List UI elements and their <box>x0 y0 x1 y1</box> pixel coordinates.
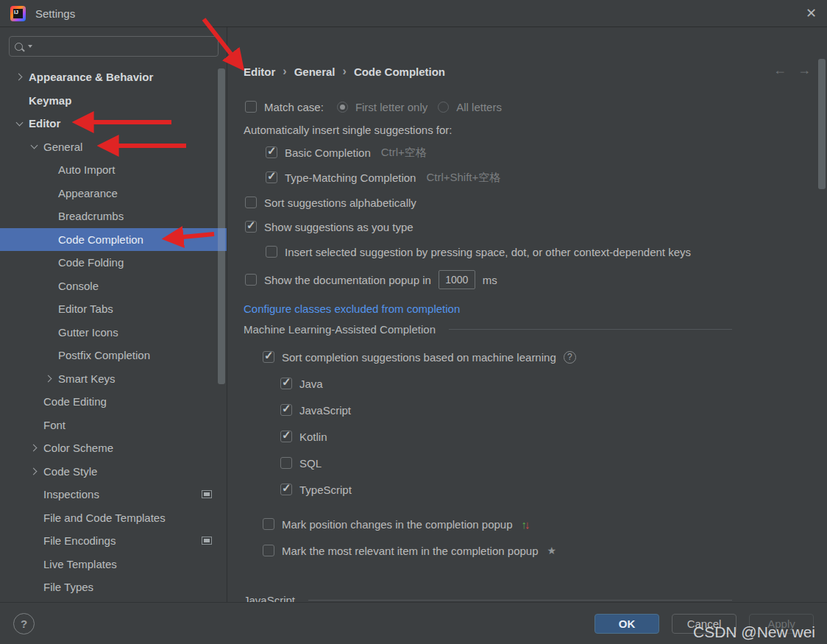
sidebar-item-label: Console <box>58 280 99 292</box>
sidebar-item-keymap[interactable]: Keymap <box>0 89 227 113</box>
sidebar-item-live-templates[interactable]: Live Templates <box>0 553 227 576</box>
sidebar-scrollbar[interactable] <box>218 68 225 384</box>
insert-selected-checkbox[interactable] <box>266 246 277 258</box>
ml-sort-row[interactable]: Sort completion suggestions based on mac… <box>263 347 576 367</box>
sidebar-item-font[interactable]: Font <box>0 414 227 437</box>
sql-checkbox[interactable] <box>280 457 292 469</box>
chevron-down-icon[interactable] <box>28 141 40 152</box>
language-row-java[interactable]: Java <box>280 373 323 394</box>
basic-completion-shortcut: Ctrl+空格 <box>381 146 427 160</box>
sidebar-item-code-style[interactable]: Code Style <box>0 460 227 484</box>
match-case-checkbox[interactable] <box>245 101 257 113</box>
sidebar-item-editor[interactable]: Editor <box>0 112 227 135</box>
language-row-kotlin[interactable]: Kotlin <box>280 426 327 447</box>
search-options-chevron-icon[interactable] <box>28 45 32 48</box>
help-button[interactable]: ? <box>13 613 35 634</box>
search-input[interactable] <box>37 40 213 52</box>
breadcrumb-code-completion: Code Completion <box>354 66 445 78</box>
mark-relevant-row[interactable]: Mark the most relevant item in the compl… <box>263 540 556 561</box>
chevron-down-icon[interactable] <box>13 118 25 130</box>
sidebar-item-auto-import[interactable]: Auto Import <box>0 158 227 182</box>
sidebar-item-code-folding[interactable]: Code Folding <box>0 251 227 275</box>
breadcrumb-editor[interactable]: Editor <box>244 66 275 78</box>
chevron-spacer <box>43 257 54 269</box>
javascript-checkbox[interactable] <box>280 404 292 416</box>
screen-badge-icon <box>202 537 212 545</box>
sidebar-item-code-completion[interactable]: Code Completion <box>0 228 227 252</box>
chevron-spacer <box>43 280 54 291</box>
close-icon[interactable]: ✕ <box>806 7 817 20</box>
sidebar-item-gutter-icons[interactable]: Gutter Icons <box>0 321 227 344</box>
configure-excluded-link[interactable]: Configure classes excluded from completi… <box>244 302 460 315</box>
language-row-sql[interactable]: SQL <box>280 453 322 473</box>
type-matching-row[interactable]: Type-Matching Completion Ctrl+Shift+空格 <box>266 167 500 188</box>
sidebar-item-file-encodings[interactable]: File Encodings <box>0 529 227 553</box>
up-down-arrows-icon: ↑↓ <box>522 518 528 531</box>
chevron-right-icon[interactable] <box>13 71 25 83</box>
sidebar-item-general[interactable]: General <box>0 135 227 159</box>
sidebar-item-label: Appearance & Behavior <box>29 71 153 83</box>
sidebar-item-appearance[interactable]: Appearance <box>0 182 227 205</box>
sidebar-item-smart-keys[interactable]: Smart Keys <box>0 367 227 391</box>
sidebar-item-editor-tabs[interactable]: Editor Tabs <box>0 297 227 321</box>
sidebar-item-postfix-completion[interactable]: Postfix Completion <box>0 344 227 367</box>
all-letters-radio[interactable] <box>438 102 449 113</box>
sidebar-item-breadcrumbs[interactable]: Breadcrumbs <box>0 205 227 228</box>
doc-popup-row[interactable]: Show the documentation popup in ms <box>245 269 497 290</box>
java-checkbox[interactable] <box>280 378 292 389</box>
breadcrumb-separator-icon: › <box>283 65 286 78</box>
chevron-spacer <box>28 396 40 408</box>
basic-completion-row[interactable]: Basic Completion Ctrl+空格 <box>266 142 427 163</box>
show-suggestions-checkbox[interactable] <box>245 221 257 233</box>
sidebar-item-label: Breadcrumbs <box>58 210 124 222</box>
doc-popup-delay-input[interactable] <box>439 270 475 289</box>
help-icon[interactable]: ? <box>564 351 576 364</box>
breadcrumb-general[interactable]: General <box>294 66 336 78</box>
back-icon[interactable]: ← <box>773 63 787 78</box>
sidebar-item-appearance-behavior[interactable]: Appearance & Behavior <box>0 66 227 89</box>
sort-alphabetically-row[interactable]: Sort suggestions alphabetically <box>245 192 416 213</box>
sidebar-item-label: General <box>43 141 82 153</box>
type-matching-checkbox[interactable] <box>266 171 277 183</box>
ok-button[interactable]: OK <box>594 614 659 634</box>
sidebar-item-label: Live Templates <box>43 558 117 570</box>
settings-content: Editor › General › Code Completion ← → M… <box>228 27 827 602</box>
content-scrollbar[interactable] <box>818 59 826 189</box>
basic-completion-checkbox[interactable] <box>266 146 277 158</box>
match-case-row[interactable]: Match case: First letter only All letter… <box>245 96 502 117</box>
language-row-typescript[interactable]: TypeScript <box>280 479 352 500</box>
match-case-label: Match case: <box>264 101 324 113</box>
search-box[interactable] <box>9 36 219 57</box>
mark-position-row[interactable]: Mark position changes in the completion … <box>263 514 528 534</box>
insert-selected-row[interactable]: Insert selected suggestion by pressing s… <box>266 241 691 262</box>
sidebar-item-label: Gutter Icons <box>58 326 118 339</box>
sort-alphabetically-checkbox[interactable] <box>245 197 257 208</box>
chevron-right-icon[interactable] <box>28 442 40 454</box>
language-row-javascript[interactable]: JavaScript <box>280 400 351 420</box>
kotlin-checkbox[interactable] <box>280 431 292 442</box>
sidebar-item-code-editing[interactable]: Code Editing <box>0 390 227 414</box>
forward-icon[interactable]: → <box>798 63 811 78</box>
chevron-right-icon[interactable] <box>28 465 40 477</box>
language-label: TypeScript <box>299 484 352 496</box>
chevron-right-icon[interactable] <box>43 372 54 384</box>
sidebar-item-file-types[interactable]: File Types <box>0 576 227 599</box>
doc-popup-checkbox[interactable] <box>245 274 257 286</box>
sidebar-item-console[interactable]: Console <box>0 275 227 298</box>
cancel-button[interactable]: Cancel <box>672 614 737 634</box>
apply-button[interactable]: Apply <box>749 614 814 634</box>
sidebar-item-label: Keymap <box>29 94 71 107</box>
typescript-checkbox[interactable] <box>280 484 292 495</box>
chevron-spacer <box>28 419 40 431</box>
show-suggestions-row[interactable]: Show suggestions as you type <box>245 216 414 237</box>
sidebar-item-file-and-code-templates[interactable]: File and Code Templates <box>0 506 227 530</box>
ml-sort-checkbox[interactable] <box>263 351 274 363</box>
mark-relevant-checkbox[interactable] <box>263 545 274 556</box>
sidebar-item-inspections[interactable]: Inspections <box>0 483 227 506</box>
mark-position-checkbox[interactable] <box>263 518 274 530</box>
window-title: Settings <box>35 7 75 20</box>
sidebar-item-color-scheme[interactable]: Color Scheme <box>0 436 227 460</box>
first-letter-only-radio[interactable] <box>337 102 348 113</box>
chevron-spacer <box>43 326 54 338</box>
chevron-spacer <box>43 303 54 315</box>
